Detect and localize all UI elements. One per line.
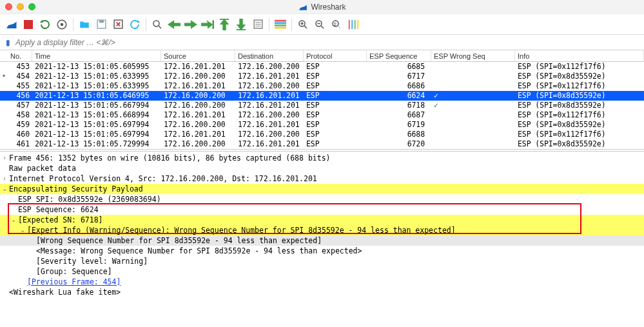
- collapse-icon[interactable]: ⌄: [18, 225, 27, 235]
- cell-seq: 6686: [367, 81, 431, 91]
- column-header-seq[interactable]: ESP Sequence: [367, 50, 431, 61]
- first-packet-button[interactable]: [217, 17, 232, 32]
- cell-info: ESP (SPI=0x112f17f6): [515, 130, 644, 139]
- cell-no: 458: [8, 110, 32, 120]
- cell-dst: 172.16.201.201: [235, 91, 304, 101]
- find-packet-button[interactable]: [150, 17, 165, 32]
- packet-details-pane[interactable]: ›Frame 456: 1352 bytes on wire (10816 bi…: [0, 152, 644, 299]
- svg-rect-11: [275, 19, 286, 21]
- svg-point-2: [61, 23, 64, 26]
- column-header-info[interactable]: Info: [515, 50, 644, 61]
- cell-dst: 172.16.200.200: [235, 81, 304, 91]
- packet-row[interactable]: 4592021-12-13 15:01:05.697994172.16.200.…: [0, 120, 644, 130]
- zoom-reset-button[interactable]: 1: [329, 17, 344, 32]
- svg-rect-14: [275, 26, 286, 28]
- row-marker: [0, 139, 8, 149]
- detail-prev-frame-link[interactable]: [Previous Frame: 454]: [27, 277, 121, 287]
- start-capture-button[interactable]: [4, 17, 19, 32]
- packet-row[interactable]: 4602021-12-13 15:01:05.697994172.16.201.…: [0, 130, 644, 139]
- go-back-button[interactable]: [166, 17, 182, 32]
- detail-group[interactable]: [Group: Sequence]: [36, 266, 112, 277]
- cell-time: 2021-12-13 15:01:05.646995: [32, 91, 161, 101]
- restart-capture-button[interactable]: [37, 17, 53, 32]
- cell-wrong: [431, 72, 515, 81]
- detail-expert[interactable]: [Expert Info (Warning/Sequence): Wrong S…: [27, 225, 456, 235]
- detail-ip[interactable]: Internet Protocol Version 4, Src: 172.16…: [9, 173, 317, 184]
- row-marker: [0, 101, 8, 110]
- collapse-icon[interactable]: ⌄: [0, 184, 9, 194]
- detail-lua[interactable]: <Wireshark Lua fake item>: [9, 287, 121, 297]
- column-header-dst[interactable]: Destination: [235, 50, 304, 61]
- packet-list[interactable]: 4532021-12-13 15:01:05.605995172.16.201.…: [0, 62, 644, 149]
- cell-dst: 172.16.200.200: [235, 110, 304, 120]
- packet-row[interactable]: 4532021-12-13 15:01:05.605995172.16.201.…: [0, 62, 644, 72]
- cell-wrong: ✓: [431, 91, 515, 101]
- column-header-time[interactable]: Time: [32, 50, 161, 61]
- close-window-button[interactable]: [5, 3, 12, 10]
- go-forward-button[interactable]: [183, 17, 199, 32]
- cell-time: 2021-12-13 15:01:05.605995: [32, 62, 161, 72]
- display-filter-input[interactable]: [13, 35, 644, 50]
- cell-dst: 172.16.201.201: [235, 72, 304, 81]
- zoom-window-button[interactable]: [28, 3, 35, 10]
- reload-file-button[interactable]: [127, 17, 142, 32]
- column-header-wrong[interactable]: ESP Wrong Seq: [431, 50, 515, 61]
- detail-expected[interactable]: [Expected SN: 6718]: [18, 215, 103, 225]
- cell-proto: ESP: [304, 139, 367, 149]
- wireshark-logo-icon: [298, 3, 307, 12]
- cell-src: 172.16.200.200: [161, 91, 235, 101]
- cell-src: 172.16.200.200: [161, 72, 235, 81]
- resize-columns-button[interactable]: [346, 17, 361, 32]
- packet-row[interactable]: 4562021-12-13 15:01:05.646995172.16.200.…: [0, 91, 644, 101]
- column-header-src[interactable]: Source: [161, 50, 235, 61]
- cell-no: 453: [8, 62, 32, 72]
- cell-info: ESP (SPI=0x112f17f6): [515, 110, 644, 120]
- cell-wrong: [431, 139, 515, 149]
- minimize-window-button[interactable]: [17, 3, 24, 10]
- detail-seq[interactable]: ESP Sequence: 6624: [18, 204, 99, 215]
- detail-frame[interactable]: Frame 456: 1352 bytes on wire (10816 bit…: [9, 153, 331, 163]
- packet-row[interactable]: •4542021-12-13 15:01:05.633995172.16.200…: [0, 72, 644, 81]
- packet-row[interactable]: 4612021-12-13 15:01:05.729994172.16.200.…: [0, 139, 644, 149]
- colorize-button[interactable]: [273, 17, 288, 32]
- save-file-button[interactable]: [93, 17, 109, 32]
- zoom-out-button[interactable]: [312, 17, 327, 32]
- cell-src: 172.16.201.201: [161, 81, 235, 91]
- packet-row[interactable]: 4582021-12-13 15:01:05.668994172.16.201.…: [0, 110, 644, 120]
- packet-row[interactable]: 4552021-12-13 15:01:05.633995172.16.201.…: [0, 81, 644, 91]
- last-packet-button[interactable]: [233, 17, 249, 32]
- go-to-packet-button[interactable]: [200, 17, 215, 32]
- collapse-icon[interactable]: ⌄: [9, 215, 18, 225]
- row-marker: [0, 130, 8, 139]
- auto-scroll-button[interactable]: [250, 17, 266, 32]
- expand-icon[interactable]: ›: [0, 153, 9, 163]
- row-marker: [0, 62, 8, 72]
- detail-message[interactable]: <Message: Wrong Sequence Number for SPI …: [36, 246, 362, 256]
- svg-rect-0: [24, 20, 33, 29]
- capture-options-button[interactable]: [54, 17, 70, 32]
- cell-info: ESP (SPI=0x112f17f6): [515, 81, 644, 91]
- zoom-in-button[interactable]: [295, 17, 311, 32]
- detail-wrong[interactable]: [Wrong Sequence Number for SPI 8d35592e …: [36, 235, 322, 246]
- column-header-proto[interactable]: Protocol: [304, 50, 367, 61]
- detail-spi[interactable]: ESP SPI: 0x8d35592e (2369083694): [18, 194, 161, 204]
- detail-raw[interactable]: Raw packet data: [9, 163, 76, 173]
- stop-capture-button[interactable]: [21, 17, 36, 32]
- detail-severity[interactable]: [Severity level: Warning]: [36, 256, 148, 266]
- cell-dst: 172.16.201.201: [235, 120, 304, 130]
- cell-proto: ESP: [304, 101, 367, 110]
- expand-icon[interactable]: ›: [0, 173, 9, 184]
- close-file-button[interactable]: [110, 17, 126, 32]
- packet-row[interactable]: 4572021-12-13 15:01:05.667994172.16.200.…: [0, 101, 644, 110]
- window-titlebar: Wireshark: [0, 0, 644, 14]
- open-file-button[interactable]: [77, 17, 92, 32]
- filter-bookmark-icon[interactable]: ▮: [3, 37, 13, 48]
- detail-esp[interactable]: Encapsulating Security Payload: [9, 184, 143, 194]
- svg-rect-7: [213, 20, 215, 28]
- cell-wrong: [431, 110, 515, 120]
- packet-list-header: No. Time Source Destination Protocol ESP…: [0, 50, 644, 62]
- column-header-no[interactable]: No.: [8, 50, 32, 61]
- cell-no: 454: [8, 72, 32, 81]
- cell-wrong: [431, 130, 515, 139]
- row-marker: [0, 120, 8, 130]
